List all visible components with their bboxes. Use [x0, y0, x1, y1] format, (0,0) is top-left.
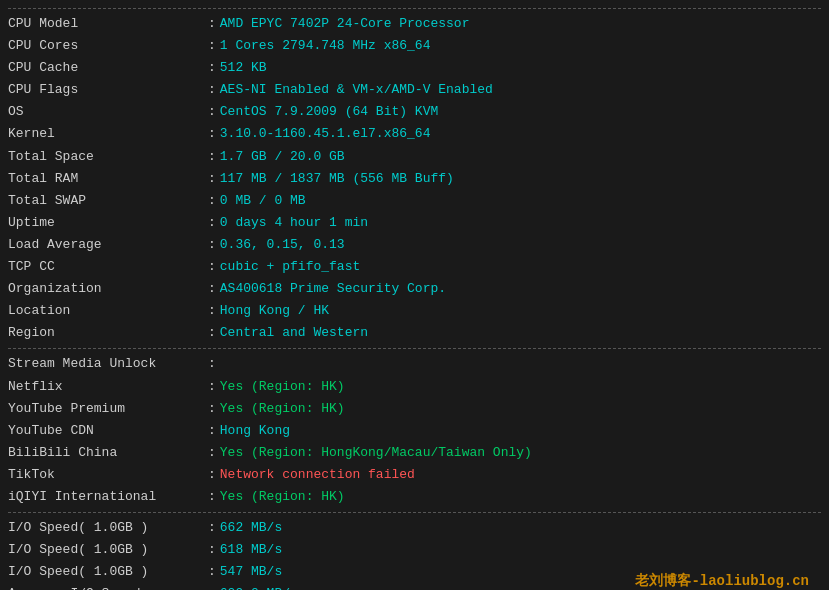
table-row: Load Average: 0.36, 0.15, 0.13	[8, 234, 821, 256]
row-value: 0 MB / 0 MB	[220, 190, 306, 212]
row-colon: :	[208, 300, 216, 322]
row-colon: :	[208, 212, 216, 234]
table-row: Total RAM: 117 MB / 1837 MB (556 MB Buff…	[8, 168, 821, 190]
media-section: Stream Media Unlock: Netflix: Yes (Regio…	[8, 353, 821, 508]
table-row: YouTube CDN: Hong Kong	[8, 420, 821, 442]
row-value: 3.10.0-1160.45.1.el7.x86_64	[220, 123, 431, 145]
row-colon: :	[208, 442, 216, 464]
row-label: CPU Model	[8, 13, 208, 35]
row-value: Yes (Region: HK)	[220, 486, 345, 508]
table-row: I/O Speed( 1.0GB ): 662 MB/s	[8, 517, 821, 539]
row-value: 117 MB / 1837 MB (556 MB Buff)	[220, 168, 454, 190]
row-label: YouTube CDN	[8, 420, 208, 442]
row-colon: :	[208, 256, 216, 278]
row-value: Yes (Region: HongKong/Macau/Taiwan Only)	[220, 442, 532, 464]
row-colon: :	[208, 168, 216, 190]
row-label: Total Space	[8, 146, 208, 168]
row-colon: :	[208, 464, 216, 486]
table-row: BiliBili China: Yes (Region: HongKong/Ma…	[8, 442, 821, 464]
row-value: Central and Western	[220, 322, 368, 344]
row-value: Network connection failed	[220, 464, 415, 486]
row-colon: :	[208, 420, 216, 442]
table-row: CPU Cores: 1 Cores 2794.748 MHz x86_64	[8, 35, 821, 57]
table-row: Kernel: 3.10.0-1160.45.1.el7.x86_64	[8, 123, 821, 145]
system-section: CPU Model: AMD EPYC 7402P 24-Core Proces…	[8, 13, 821, 344]
middle-divider-2	[8, 512, 821, 513]
row-colon: :	[208, 561, 216, 583]
table-row: CPU Model: AMD EPYC 7402P 24-Core Proces…	[8, 13, 821, 35]
row-label: TCP CC	[8, 256, 208, 278]
row-colon: :	[208, 486, 216, 508]
row-colon: :	[208, 583, 216, 590]
row-colon: :	[208, 57, 216, 79]
table-row: Total SWAP: 0 MB / 0 MB	[8, 190, 821, 212]
table-row: CPU Cache: 512 KB	[8, 57, 821, 79]
table-row: Uptime: 0 days 4 hour 1 min	[8, 212, 821, 234]
row-value: Hong Kong	[220, 420, 290, 442]
row-value: 1 Cores 2794.748 MHz x86_64	[220, 35, 431, 57]
row-label: YouTube Premium	[8, 398, 208, 420]
row-value: CentOS 7.9.2009 (64 Bit) KVM	[220, 101, 438, 123]
table-row: TCP CC: cubic + pfifo_fast	[8, 256, 821, 278]
row-label: Total RAM	[8, 168, 208, 190]
row-label: CPU Cache	[8, 57, 208, 79]
table-row: Location: Hong Kong / HK	[8, 300, 821, 322]
row-colon: :	[208, 398, 216, 420]
row-label: Uptime	[8, 212, 208, 234]
row-label: CPU Cores	[8, 35, 208, 57]
table-row: Organization: AS400618 Prime Security Co…	[8, 278, 821, 300]
table-row: OS: CentOS 7.9.2009 (64 Bit) KVM	[8, 101, 821, 123]
row-value: 512 KB	[220, 57, 267, 79]
row-value: AES-NI Enabled & VM-x/AMD-V Enabled	[220, 79, 493, 101]
row-value: AS400618 Prime Security Corp.	[220, 278, 446, 300]
table-row: Total Space: 1.7 GB / 20.0 GB	[8, 146, 821, 168]
row-colon: :	[208, 376, 216, 398]
row-value: 0.36, 0.15, 0.13	[220, 234, 345, 256]
row-label: Netflix	[8, 376, 208, 398]
row-value: 1.7 GB / 20.0 GB	[220, 146, 345, 168]
middle-divider-1	[8, 348, 821, 349]
row-colon: :	[208, 79, 216, 101]
table-row: TikTok: Network connection failed	[8, 464, 821, 486]
row-colon: :	[208, 101, 216, 123]
row-label: CPU Flags	[8, 79, 208, 101]
row-colon: :	[208, 278, 216, 300]
row-label: Total SWAP	[8, 190, 208, 212]
row-label: Stream Media Unlock	[8, 353, 208, 375]
table-row: Region: Central and Western	[8, 322, 821, 344]
row-label: Organization	[8, 278, 208, 300]
row-label: I/O Speed( 1.0GB )	[8, 517, 208, 539]
row-colon: :	[208, 190, 216, 212]
row-colon: :	[208, 123, 216, 145]
row-label: Average I/O Speed	[8, 583, 208, 590]
row-label: I/O Speed( 1.0GB )	[8, 539, 208, 561]
table-row: I/O Speed( 1.0GB ): 618 MB/s	[8, 539, 821, 561]
row-value: 0 days 4 hour 1 min	[220, 212, 368, 234]
row-value: cubic + pfifo_fast	[220, 256, 360, 278]
row-label: OS	[8, 101, 208, 123]
watermark: 老刘博客-laoliublog.cn	[635, 572, 809, 590]
row-value: 609.0 MB/s	[220, 583, 298, 590]
row-colon: :	[208, 146, 216, 168]
table-row: iQIYI International: Yes (Region: HK)	[8, 486, 821, 508]
row-value: Yes (Region: HK)	[220, 376, 345, 398]
row-label: Kernel	[8, 123, 208, 145]
row-value: Hong Kong / HK	[220, 300, 329, 322]
table-row: Netflix: Yes (Region: HK)	[8, 376, 821, 398]
row-colon: :	[208, 539, 216, 561]
row-label: I/O Speed( 1.0GB )	[8, 561, 208, 583]
row-label: Location	[8, 300, 208, 322]
table-row: Stream Media Unlock:	[8, 353, 821, 375]
row-value: 547 MB/s	[220, 561, 282, 583]
row-value: 662 MB/s	[220, 517, 282, 539]
row-value: AMD EPYC 7402P 24-Core Processor	[220, 13, 470, 35]
row-value: Yes (Region: HK)	[220, 398, 345, 420]
row-colon: :	[208, 234, 216, 256]
table-row: YouTube Premium: Yes (Region: HK)	[8, 398, 821, 420]
row-label: Load Average	[8, 234, 208, 256]
top-divider	[8, 8, 821, 9]
row-colon: :	[208, 13, 216, 35]
row-colon: :	[208, 35, 216, 57]
row-label: BiliBili China	[8, 442, 208, 464]
row-value: 618 MB/s	[220, 539, 282, 561]
